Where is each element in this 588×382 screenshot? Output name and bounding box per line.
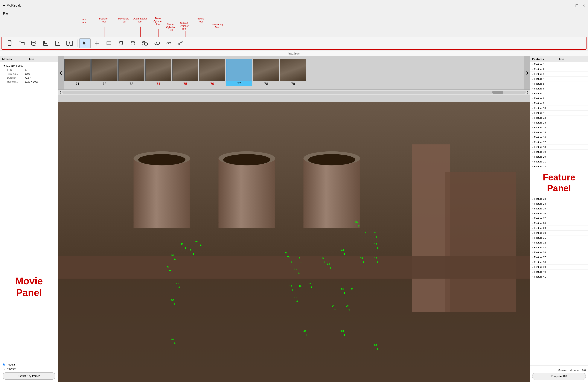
- scroll-thumb[interactable]: [492, 91, 504, 94]
- center-cylinder-tool-button[interactable]: [139, 38, 150, 48]
- feature-chevron-icon: ›: [532, 232, 533, 234]
- feature-list-item[interactable]: ›Feature 25: [530, 206, 588, 211]
- frame-71[interactable]: 71: [64, 59, 91, 87]
- frame-77[interactable]: 77: [226, 59, 252, 87]
- feature-list-item[interactable]: ›Feature 5: [530, 82, 588, 86]
- feature-list-item[interactable]: ›Feature 28: [530, 221, 588, 226]
- filmstrip-prev[interactable]: ❮: [58, 56, 64, 89]
- rectangle-tool-button[interactable]: [103, 38, 115, 48]
- feature-list-item[interactable]: ›Feature 41: [530, 274, 588, 279]
- feature-name: Feature 4: [534, 78, 545, 80]
- feature-list-item[interactable]: ›Feature 11: [530, 111, 588, 115]
- feature-list-item[interactable]: ›Feature 31: [530, 235, 588, 240]
- features-list[interactable]: ›Feature 1›Feature 2›Feature 3›Feature 4…: [530, 62, 588, 365]
- regular-radio-input[interactable]: [3, 363, 5, 366]
- regular-radio[interactable]: Regular: [3, 363, 55, 366]
- feature-list-item[interactable]: ›Feature 26: [530, 211, 588, 216]
- quadrilateral-tool-button[interactable]: [115, 38, 126, 48]
- svg-text:43: 43: [285, 251, 287, 254]
- network-radio[interactable]: Network: [3, 367, 55, 370]
- feature-list-item[interactable]: ›Feature 16: [530, 135, 588, 140]
- svg-point-18: [169, 42, 171, 44]
- quadrilateral-tool-label: QuadrilateralTool: [133, 17, 147, 23]
- export-button[interactable]: [52, 38, 63, 48]
- svg-rect-4: [44, 43, 47, 45]
- feature-list-item[interactable]: ›Feature 3: [530, 72, 588, 77]
- feature-list-item[interactable]: ›Feature 4: [530, 77, 588, 82]
- network-radio-input[interactable]: [3, 368, 5, 370]
- feature-name: Feature 24: [534, 202, 546, 205]
- minimize-button[interactable]: —: [567, 3, 571, 8]
- svg-text:23: 23: [294, 296, 297, 299]
- feature-list-item[interactable]: ›Feature 13: [530, 120, 588, 125]
- extract-keyframes-button[interactable]: Extract Key-frames: [3, 372, 55, 380]
- feature-tool-button[interactable]: [91, 38, 103, 48]
- svg-text:13: 13: [294, 268, 297, 271]
- picking-tool-button[interactable]: [163, 38, 174, 48]
- feature-name: Feature 29: [534, 227, 546, 230]
- base-cylinder-tool-button[interactable]: [127, 38, 139, 48]
- feature-list-item[interactable]: ›Feature 21: [530, 159, 588, 164]
- feature-list-item[interactable]: ›Feature 20: [530, 154, 588, 159]
- frame-72[interactable]: 72: [91, 59, 118, 87]
- feature-list-item[interactable]: ›Feature 19: [530, 149, 588, 154]
- feature-list-item[interactable]: ›Feature 22: [530, 164, 588, 169]
- scroll-track[interactable]: [62, 91, 526, 94]
- feature-list-item[interactable]: ›Feature 36: [530, 250, 588, 255]
- feature-list-item[interactable]: ›Feature 40: [530, 270, 588, 274]
- frame-76[interactable]: 76: [199, 59, 225, 87]
- file-menu[interactable]: File: [3, 12, 8, 15]
- import-export-button[interactable]: [64, 38, 75, 48]
- frame-74[interactable]: 74: [145, 59, 171, 87]
- feature-name: Feature 15: [534, 131, 546, 134]
- main-image-area[interactable]: 49 + 50 + 5 + 55 + 52 + 53 +: [58, 102, 530, 382]
- feature-list-item[interactable]: ›Feature 29: [530, 226, 588, 231]
- feature-chevron-icon: ›: [532, 266, 533, 268]
- feature-list-item[interactable]: ›Feature 2: [530, 67, 588, 72]
- features-panel-header: Features Info: [530, 56, 588, 62]
- feature-chevron-icon: ›: [532, 166, 533, 168]
- feature-list-item[interactable]: ›Feature 6: [530, 86, 588, 91]
- frame-73[interactable]: 73: [118, 59, 145, 87]
- move-tool-button[interactable]: [79, 38, 91, 48]
- maximize-button[interactable]: □: [576, 3, 578, 8]
- feature-list-item[interactable]: ›Feature 24: [530, 201, 588, 206]
- frame-75[interactable]: 75: [172, 59, 198, 87]
- feature-list-item[interactable]: ›Feature 23: [530, 196, 588, 201]
- feature-list-item[interactable]: ›Feature 17: [530, 140, 588, 145]
- feature-list-item[interactable]: ›Feature 32: [530, 240, 588, 245]
- feature-list-item[interactable]: ›Feature 12: [530, 115, 588, 120]
- feature-list-item[interactable]: ›Feature 10: [530, 106, 588, 111]
- close-button[interactable]: ×: [583, 3, 585, 8]
- feature-list-item[interactable]: ›Feature 15: [530, 130, 588, 135]
- feature-list-item[interactable]: ›Feature 1: [530, 62, 588, 67]
- new-file-button[interactable]: [4, 38, 15, 48]
- feature-list-item[interactable]: ›Feature 9: [530, 101, 588, 106]
- scroll-left-arrow[interactable]: ❮: [60, 91, 61, 94]
- compute-sfm-button[interactable]: Compute SfM: [532, 373, 586, 380]
- window-controls[interactable]: — □ ×: [567, 3, 585, 8]
- feature-list-item[interactable]: ›Feature 8: [530, 96, 588, 101]
- feature-list-item[interactable]: ›Feature 27: [530, 216, 588, 221]
- measuring-tool-button[interactable]: [175, 38, 186, 48]
- feature-list-item[interactable]: ›Feature 39: [530, 265, 588, 270]
- feature-list-item[interactable]: ›Feature 14: [530, 125, 588, 130]
- feature-list-item[interactable]: ›Feature 33: [530, 245, 588, 250]
- frame-78[interactable]: 78: [253, 59, 279, 87]
- feature-name: Feature 12: [534, 116, 546, 119]
- feature-list-item[interactable]: ›Feature 18: [530, 145, 588, 149]
- frame-79[interactable]: 79: [280, 59, 306, 87]
- feature-list-item[interactable]: ›Feature 30: [530, 231, 588, 235]
- feature-list-item[interactable]: ›Feature 37: [530, 255, 588, 260]
- app-icon: ■: [3, 3, 5, 7]
- feature-list-item[interactable]: ›Feature 38: [530, 260, 588, 265]
- save-button[interactable]: [40, 38, 51, 48]
- save-db-button[interactable]: [28, 38, 39, 48]
- scroll-right-arrow[interactable]: ❯: [527, 91, 528, 94]
- filmstrip-next[interactable]: ❯: [524, 56, 530, 89]
- open-file-button[interactable]: [16, 38, 27, 48]
- movies-root-item[interactable]: ▼ Li1R19_Feed...: [2, 64, 56, 68]
- curved-cylinder-tool-button[interactable]: [151, 38, 162, 48]
- svg-rect-36: [445, 172, 516, 312]
- feature-list-item[interactable]: ›Feature 7: [530, 91, 588, 96]
